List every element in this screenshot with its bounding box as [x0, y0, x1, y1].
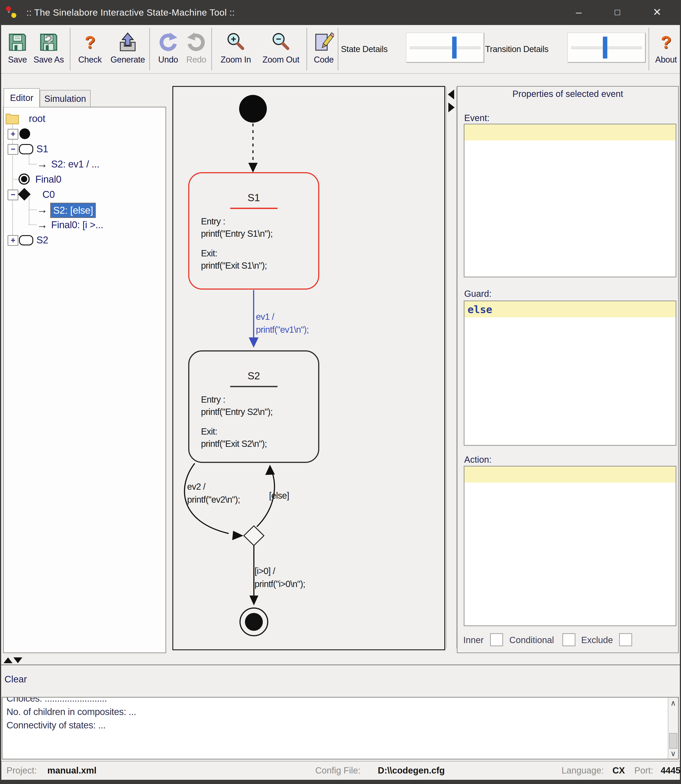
state-s1[interactable]: S1 Entry : printf("Entry S1\n"); Exit: p… [188, 172, 319, 290]
guard-field[interactable]: else [464, 301, 676, 446]
scroll-thumb[interactable] [669, 733, 677, 749]
action-field[interactable] [464, 466, 676, 626]
transition-arrow-icon: → [37, 157, 48, 171]
final-state-icon [19, 174, 30, 185]
tree-item-c0-transition-else[interactable]: → S2: [else] [4, 203, 165, 217]
slider-groove [410, 46, 480, 49]
title-bar: :: The Sinelabore Interactive State-Mach… [0, 0, 681, 25]
app-icon [5, 5, 19, 20]
generate-button[interactable]: Generate [106, 31, 149, 71]
state-details-label: State Details [341, 25, 388, 73]
panel-splitter[interactable] [446, 87, 457, 648]
slider-thumb[interactable] [452, 36, 457, 59]
selected-tree-label: S2: [else] [50, 203, 96, 218]
clear-button[interactable]: Clear [5, 674, 27, 685]
tree-item-s1-transition[interactable]: → S2: ev1 / ... [4, 157, 165, 171]
tree-item-c0[interactable]: − C0 [4, 188, 165, 201]
tree-item-root[interactable]: root [4, 112, 165, 125]
tab-editor[interactable]: Editor [3, 88, 40, 107]
choice-icon [18, 188, 31, 201]
about-button[interactable]: ? About [652, 31, 679, 71]
expand-icon[interactable]: + [8, 129, 18, 139]
event-value-row[interactable] [464, 124, 676, 141]
toolbar-separator [211, 28, 212, 71]
transition-label-i0[interactable]: [i>0] / printf("i>0\n"); [255, 564, 305, 591]
redo-icon [186, 31, 206, 54]
undo-button[interactable]: Undo [154, 31, 182, 71]
scroll-down-icon[interactable]: ∨ [668, 749, 678, 758]
log-scrollbar[interactable]: ∧ ∨ [668, 698, 678, 759]
inner-checkbox[interactable] [490, 633, 503, 646]
properties-panel: Properties of selected event Event: Guar… [457, 86, 679, 653]
transition-label-else[interactable]: [else] [269, 489, 289, 502]
maximize-button[interactable]: □ [606, 0, 629, 25]
about-icon: ? [652, 31, 679, 54]
toolbar-separator [649, 28, 649, 71]
expand-icon[interactable]: + [8, 235, 18, 246]
guard-value-row[interactable] [464, 301, 676, 317]
save-as-button[interactable]: ? Save As [31, 31, 67, 71]
scroll-up-icon[interactable]: ∧ [668, 698, 678, 707]
tree-item-s2[interactable]: + S2 [4, 233, 165, 247]
guard-value[interactable]: else [467, 304, 493, 315]
guard-label: Guard: [464, 289, 491, 299]
tree-item-s1[interactable]: − S1 [4, 142, 165, 156]
collapse-right-icon[interactable] [448, 103, 455, 112]
splitter-up-button[interactable] [3, 657, 13, 663]
redo-button[interactable]: Redo [183, 31, 210, 71]
check-button[interactable]: ? Check [74, 31, 106, 71]
tree-item-initial[interactable]: + [4, 127, 165, 141]
slider-thumb[interactable] [603, 36, 607, 59]
exclude-label: Exclude [581, 635, 613, 645]
zoom-out-button[interactable]: Zoom Out [257, 31, 304, 71]
collapse-icon[interactable]: − [8, 144, 18, 155]
transition-details-slider[interactable] [568, 33, 646, 63]
transition-arrow-icon: → [37, 203, 48, 217]
toolbar-separator [307, 28, 307, 71]
splitter-down-button[interactable] [13, 657, 22, 663]
project-value: manual.xml [48, 762, 97, 779]
language-label: Language: [562, 762, 604, 779]
event-field[interactable] [464, 124, 676, 277]
state-details-slider[interactable] [406, 33, 484, 63]
horizontal-divider [1, 665, 680, 665]
state-s2[interactable]: S2 Entry : printf("Entry S2\n"); Exit: p… [188, 350, 319, 463]
minimize-button[interactable]: – [567, 0, 590, 25]
zoom-in-button[interactable]: Zoom In [215, 31, 256, 71]
tree-item-final0[interactable]: Final0 [4, 173, 165, 186]
inner-label: Inner [463, 635, 484, 645]
save-button[interactable]: Save [5, 31, 30, 71]
app-window: :: The Sinelabore Interactive State-Mach… [0, 0, 681, 784]
state-title-underline [230, 386, 277, 387]
initial-state-node [239, 95, 267, 123]
transition-label-ev2[interactable]: ev2 / printf("ev2\n"); [187, 480, 240, 506]
output-log[interactable]: Choices: ......................... No. o… [2, 697, 679, 759]
diagram-canvas[interactable]: S1 Entry : printf("Entry S1\n"); Exit: p… [173, 86, 445, 650]
collapse-left-icon[interactable] [448, 90, 454, 99]
state-actions: Entry : printf("Entry S1\n"); Exit: prin… [201, 215, 272, 272]
choice-node [244, 526, 264, 545]
transition-label-ev1[interactable]: ev1 / printf("ev1\n"); [256, 310, 309, 336]
config-file-value: D:\\codegen.cfg [378, 762, 445, 779]
window-edge-left [0, 25, 1, 784]
log-line: Connectivity of states: ... [6, 719, 136, 732]
close-button[interactable]: ✕ [646, 0, 669, 25]
transition-details-label: Transition Details [485, 25, 548, 73]
undo-icon [158, 31, 178, 54]
action-value-row[interactable] [464, 466, 676, 483]
conditional-checkbox[interactable] [562, 633, 575, 646]
properties-title: Properties of selected event [458, 89, 678, 99]
language-value: CX [613, 762, 625, 779]
collapse-icon[interactable]: − [8, 190, 18, 200]
transition-arrow-icon: → [37, 218, 48, 232]
tree-item-c0-transition-i[interactable]: → Final0: [i >... [4, 218, 165, 232]
model-tree: root + − S1 → S2: ev1 / ... Final0 − C0 [3, 107, 166, 653]
window-edge-bottom [0, 780, 681, 784]
state-icon [19, 144, 33, 154]
tab-simulation[interactable]: Simulation [40, 90, 91, 107]
check-icon: ? [74, 31, 106, 54]
code-icon [314, 31, 334, 54]
code-button[interactable]: Code [310, 31, 337, 71]
toolbar-separator [70, 28, 70, 71]
exclude-checkbox[interactable] [619, 633, 632, 646]
